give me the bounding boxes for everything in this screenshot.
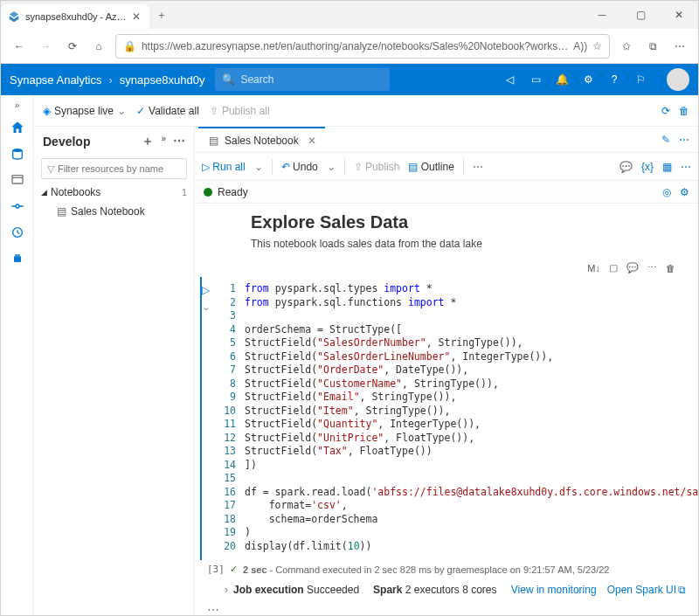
- breadcrumb-root[interactable]: Synapse Analytics: [10, 73, 102, 87]
- rail-develop-icon[interactable]: [9, 171, 26, 189]
- avatar[interactable]: [667, 68, 689, 91]
- back-button[interactable]: ←: [10, 35, 29, 58]
- publish-all-button[interactable]: ⇧ Publish all: [210, 105, 270, 117]
- browser-address-bar: ← → ⟳ ⌂ 🔒 https://web.azuresynapse.net/e…: [1, 29, 698, 64]
- notifications-icon[interactable]: 🔔: [555, 73, 569, 87]
- tree-item-sales-notebook[interactable]: ▤ Sales Notebook: [34, 202, 194, 221]
- cell-more-icon[interactable]: ⋯: [198, 603, 695, 615]
- more-icon[interactable]: ⋯: [679, 134, 689, 146]
- search-icon: 🔍: [222, 73, 235, 86]
- favorites-bar-icon[interactable]: ✩: [617, 35, 636, 58]
- notebooks-group[interactable]: ◢ Notebooks 1: [34, 183, 194, 202]
- home-icon[interactable]: ⌂: [89, 35, 108, 58]
- validate-all-button[interactable]: ✓ Validate all: [136, 105, 199, 117]
- more-icon[interactable]: ⋯: [173, 134, 185, 149]
- expand-rail-button[interactable]: »: [15, 100, 20, 110]
- edit-icon[interactable]: ✎: [661, 134, 670, 146]
- browser-tab[interactable]: synapse8xuhd0y - Azure Synaps ✕: [1, 4, 149, 29]
- url-box[interactable]: 🔒 https://web.azuresynapse.net/en/author…: [115, 34, 610, 59]
- convert-md-button[interactable]: M↓: [587, 262, 600, 273]
- notebook-title: Explore Sales Data: [251, 212, 644, 232]
- whatsnew-icon[interactable]: ⚐: [633, 73, 647, 87]
- upload-icon: ⇧: [210, 105, 218, 117]
- branch-icon: ◈: [43, 105, 51, 117]
- check-icon: ✓: [136, 105, 145, 117]
- global-search[interactable]: 🔍: [215, 68, 390, 91]
- collections-icon[interactable]: ⧉: [643, 35, 662, 58]
- filter-icon: ▽: [47, 163, 54, 175]
- undo-button[interactable]: ↶ Undo: [281, 161, 318, 173]
- chevron-right-icon: ›: [109, 73, 113, 87]
- read-aloud-icon[interactable]: A)): [573, 40, 587, 52]
- rail-home-icon[interactable]: [9, 119, 26, 136]
- status-text: Ready: [218, 186, 248, 198]
- develop-title: Develop: [43, 135, 90, 149]
- new-tab-button[interactable]: ＋: [149, 8, 174, 23]
- gear-icon[interactable]: ⚙: [680, 186, 689, 198]
- filter-box[interactable]: ▽: [41, 158, 187, 179]
- search-input[interactable]: [240, 73, 383, 86]
- chevron-down-icon[interactable]: ⌄: [254, 161, 263, 173]
- gear-icon[interactable]: ⚙: [581, 73, 595, 87]
- outline-button[interactable]: ▤ Outline: [408, 161, 453, 173]
- delete-cell-icon[interactable]: 🗑: [666, 262, 675, 273]
- add-button[interactable]: ＋: [142, 134, 154, 149]
- view-monitoring-link[interactable]: View in monitoring: [511, 584, 597, 596]
- rail-integrate-icon[interactable]: [9, 197, 26, 215]
- breadcrumb-workspace[interactable]: synapse8xuhd0y: [120, 73, 205, 87]
- code-cell[interactable]: ▷ ⌄ 1from pyspark.sql.types import *2fro…: [200, 277, 695, 560]
- output-prompt: [3]: [207, 564, 225, 575]
- toggle-output-icon[interactable]: ▢: [609, 262, 618, 273]
- close-icon[interactable]: ✕: [132, 10, 141, 23]
- editor-tabs: ▤ Sales Notebook ✕ ✎ ⋯: [195, 127, 698, 153]
- close-tab-icon[interactable]: ✕: [308, 135, 316, 147]
- session-icon[interactable]: ◎: [662, 186, 671, 198]
- open-spark-ui-link[interactable]: Open Spark UI ⧉: [607, 584, 686, 596]
- output-meta: [3] ✓ 2 sec - Command executed in 2 sec …: [198, 560, 695, 580]
- comments-icon[interactable]: 💬: [619, 161, 633, 173]
- collapse-all-icon[interactable]: »: [161, 134, 166, 149]
- svg-point-0: [12, 149, 22, 152]
- kernel-icon[interactable]: ▦: [662, 161, 672, 173]
- chevron-right-icon[interactable]: ›: [225, 584, 228, 596]
- run-all-button[interactable]: ▷ Run all: [202, 161, 246, 173]
- filter-input[interactable]: [58, 163, 181, 174]
- more-icon[interactable]: ⋯: [647, 262, 657, 273]
- resources-icon[interactable]: ▭: [529, 73, 543, 87]
- tab-sales-notebook[interactable]: ▤ Sales Notebook ✕: [198, 127, 325, 153]
- menu-icon[interactable]: ⋯: [670, 35, 689, 58]
- lock-icon: 🔒: [123, 40, 136, 52]
- markdown-cell[interactable]: Explore Sales Data This notebook loads s…: [198, 209, 695, 259]
- refresh-icon[interactable]: ⟳: [661, 105, 670, 117]
- develop-pane: Develop ＋ » ⋯ ▽ ◢ Notebooks: [34, 127, 195, 615]
- close-window-button[interactable]: ✕: [660, 1, 698, 29]
- breadcrumb: Synapse Analytics › synapse8xuhd0y: [10, 73, 204, 87]
- chevron-down-icon: ⌄: [117, 105, 126, 117]
- browser-titlebar: synapse8xuhd0y - Azure Synaps ✕ ＋ ─ ▢ ✕: [1, 1, 698, 29]
- feedback-icon[interactable]: ◁: [502, 73, 516, 87]
- svg-rect-4: [14, 256, 21, 262]
- status-bar: Ready ◎ ⚙: [195, 181, 698, 204]
- maximize-button[interactable]: ▢: [621, 1, 660, 29]
- synapse-live-button[interactable]: ◈ Synapse live ⌄: [43, 105, 126, 117]
- help-icon[interactable]: ?: [607, 73, 621, 87]
- variables-icon[interactable]: {x}: [641, 161, 654, 173]
- delete-icon[interactable]: 🗑: [679, 105, 689, 117]
- more-icon[interactable]: ⋯: [473, 161, 483, 173]
- more-icon[interactable]: ⋯: [681, 161, 691, 173]
- code-editor[interactable]: 1from pyspark.sql.types import *2from py…: [210, 280, 698, 555]
- chevron-down-icon[interactable]: ⌄: [327, 161, 336, 173]
- minimize-button[interactable]: ─: [583, 1, 621, 29]
- status-dot-icon: [204, 188, 212, 197]
- chevron-down-icon[interactable]: ⌄: [202, 301, 210, 313]
- comment-icon[interactable]: 💬: [626, 262, 639, 273]
- cell-toolbar: M↓ ▢ 💬 ⋯ 🗑: [198, 259, 695, 277]
- favorite-icon[interactable]: ☆: [592, 40, 602, 52]
- publish-button[interactable]: ⇧ Publish: [354, 161, 400, 173]
- rail-data-icon[interactable]: [9, 145, 26, 163]
- run-cell-button[interactable]: ▷: [202, 284, 210, 296]
- job-row: › Job execution Succeeded Spark 2 execut…: [198, 580, 695, 603]
- rail-monitor-icon[interactable]: [9, 224, 26, 241]
- rail-manage-icon[interactable]: [9, 250, 26, 267]
- refresh-button[interactable]: ⟳: [62, 35, 81, 58]
